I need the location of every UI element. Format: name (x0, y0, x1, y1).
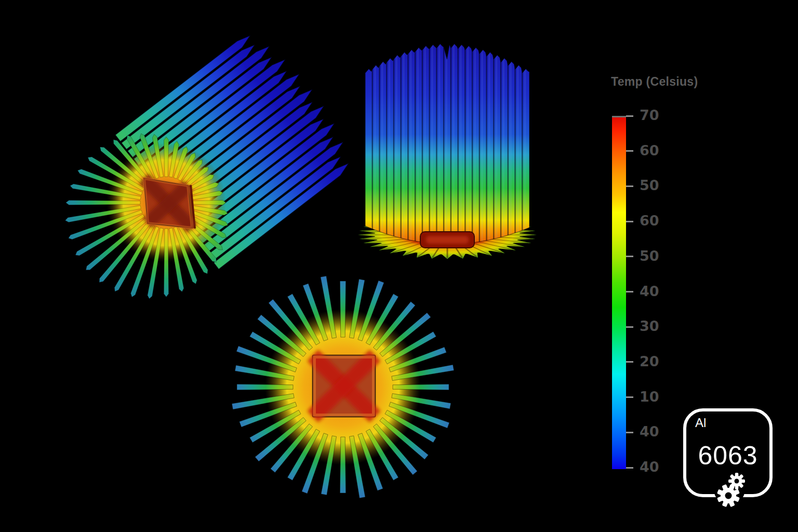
heatsink-bottom-view (232, 276, 454, 498)
heatsink-isometric-view (65, 23, 364, 299)
gears-icon (702, 457, 765, 520)
side-heat-source (420, 232, 474, 248)
simulation-canvas (0, 0, 798, 532)
heatsink-side-view (358, 42, 537, 259)
canvas-background: Temp (Celsius) 7060506050403020104040 Al… (0, 0, 798, 532)
material-element-label: Al (695, 416, 706, 430)
bottom-heat-source (308, 350, 381, 422)
side-fin-body (365, 42, 529, 249)
